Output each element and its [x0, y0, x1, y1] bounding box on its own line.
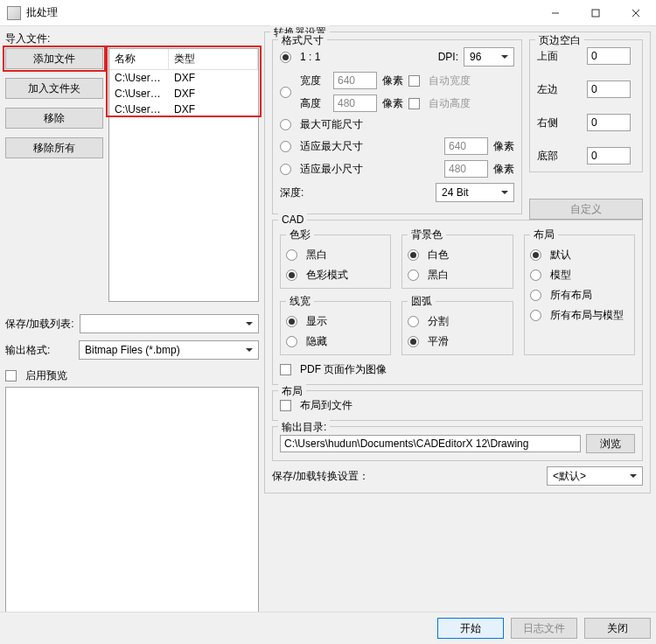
close-button[interactable]: [616, 0, 656, 26]
window-title: 批处理: [26, 5, 535, 20]
add-folder-button[interactable]: 加入文件夹: [5, 78, 103, 99]
save-load-list-combo[interactable]: [80, 314, 259, 333]
auto-height-checkbox[interactable]: [408, 98, 420, 109]
file-row[interactable]: C:\Users\...DXF: [109, 70, 258, 86]
footer: 开始 日志文件 关闭: [0, 612, 656, 644]
save-load-list-label: 保存/加载列表:: [5, 317, 74, 332]
fit-min-input[interactable]: 480: [444, 160, 488, 178]
width-input[interactable]: 640: [333, 72, 377, 89]
max-possible-radio[interactable]: [280, 119, 291, 130]
enable-preview-checkbox[interactable]: [5, 370, 17, 382]
output-format-label: 输出格式:: [5, 343, 73, 358]
dpi-combo[interactable]: 96: [464, 47, 514, 66]
bg-white-radio[interactable]: [408, 249, 419, 261]
fit-min-radio[interactable]: [280, 164, 291, 175]
margin-left-input[interactable]: 0: [587, 80, 631, 98]
converter-settings-group: 转换器设置 格式尺寸 1 : 1 DPI: 96: [264, 32, 651, 494]
log-file-button[interactable]: 日志文件: [511, 618, 577, 639]
arc-smooth-radio[interactable]: [408, 336, 419, 347]
column-type[interactable]: 类型: [169, 49, 258, 70]
layout2-group: 布局 布局到文件: [272, 390, 643, 421]
remove-all-button[interactable]: 移除所有: [5, 137, 103, 158]
save-load-conv-label: 保存/加载转换设置：: [272, 469, 369, 484]
layout-to-file-checkbox[interactable]: [280, 400, 291, 411]
titlebar: 批处理: [0, 0, 656, 26]
fit-max-radio[interactable]: [280, 141, 291, 152]
file-list[interactable]: 名称 类型 C:\Users\...DXFC:\Users\...DXFC:\U…: [108, 48, 259, 302]
height-input[interactable]: 480: [333, 94, 377, 112]
color-bw-radio[interactable]: [286, 249, 297, 261]
add-file-button[interactable]: 添加文件: [5, 48, 103, 69]
app-icon: [7, 6, 21, 20]
layout-model-radio[interactable]: [530, 270, 541, 281]
linew-hide-radio[interactable]: [286, 336, 297, 347]
margins-group: 页边空白 上面0 左边0 右侧0 底部0: [529, 39, 643, 172]
ratio-1-1-radio[interactable]: [280, 52, 291, 63]
cad-group: CAD 色彩 黑白 色彩模式 线宽 显示 隐藏 背景色: [272, 220, 643, 385]
custom-size-radio[interactable]: [280, 87, 291, 98]
color-mode-radio[interactable]: [286, 270, 297, 281]
pdf-as-image-checkbox[interactable]: [280, 364, 291, 375]
margin-top-input[interactable]: 0: [587, 47, 631, 65]
file-row[interactable]: C:\Users\...DXF: [109, 86, 258, 102]
margin-right-input[interactable]: 0: [587, 114, 631, 131]
color-group: 色彩 黑白 色彩模式: [280, 228, 391, 289]
bg-group: 背景色 白色 黑白: [401, 228, 513, 289]
linewidth-group: 线宽 显示 隐藏: [280, 294, 391, 355]
output-dir-input[interactable]: C:\Users\hudun\Documents\CADEditorX 12\D…: [280, 435, 581, 452]
linew-show-radio[interactable]: [286, 316, 297, 327]
depth-combo[interactable]: 24 Bit: [436, 183, 514, 202]
svg-rect-1: [592, 10, 599, 17]
output-dir-group: 输出目录: C:\Users\hudun\Documents\CADEditor…: [272, 426, 643, 461]
minimize-button[interactable]: [535, 0, 576, 26]
enable-preview-label: 启用预览: [25, 368, 67, 383]
arc-group: 圆弧 分割 平滑: [401, 294, 513, 355]
remove-button[interactable]: 移除: [5, 108, 103, 129]
auto-width-checkbox[interactable]: [408, 75, 420, 87]
save-load-conv-combo[interactable]: <默认>: [547, 466, 643, 486]
maximize-button[interactable]: [576, 0, 616, 26]
layout-all-model-radio[interactable]: [530, 310, 541, 321]
layout-all-radio[interactable]: [530, 290, 541, 301]
column-name[interactable]: 名称: [109, 49, 169, 70]
format-size-group: 格式尺寸 1 : 1 DPI: 96 宽度 640: [272, 39, 522, 214]
file-row[interactable]: C:\Users\...DXF: [109, 102, 258, 117]
layout-group: 布局 默认 模型 所有布局 所有布局与模型: [524, 228, 635, 355]
start-button[interactable]: 开始: [437, 618, 504, 639]
margin-bottom-input[interactable]: 0: [587, 147, 631, 164]
close-dialog-button[interactable]: 关闭: [584, 618, 651, 639]
layout-default-radio[interactable]: [530, 249, 541, 261]
preview-area: [5, 387, 259, 639]
arc-split-radio[interactable]: [408, 316, 419, 327]
browse-button[interactable]: 浏览: [586, 434, 635, 453]
custom-margins-button[interactable]: 自定义: [529, 199, 643, 220]
bg-black-radio[interactable]: [408, 270, 419, 281]
output-format-combo[interactable]: Bitmap Files (*.bmp): [79, 340, 259, 360]
import-files-label: 导入文件:: [5, 32, 259, 46]
fit-max-input[interactable]: 640: [444, 137, 488, 155]
